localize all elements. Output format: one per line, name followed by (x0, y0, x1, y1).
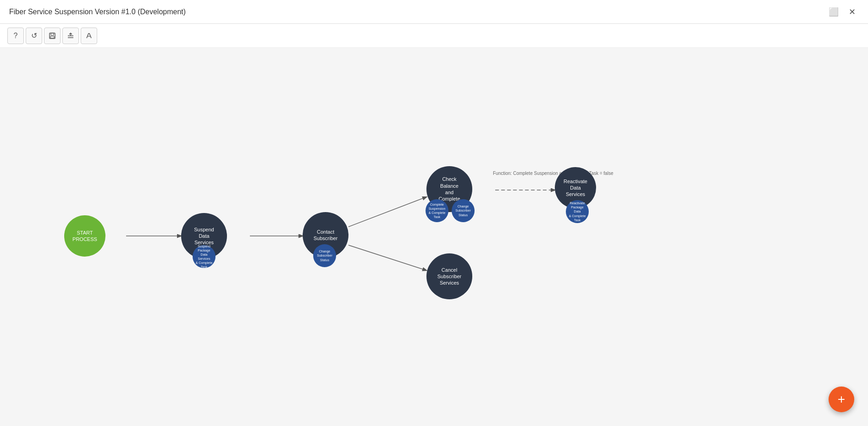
check-sub2-label: ChangeSubscriberStatus (453, 202, 472, 219)
check-sub1-node[interactable]: CompleteSuspension& CompleteTask (426, 199, 448, 222)
dashed-condition-label: Function: Complete Suspension and Comple… (493, 171, 613, 176)
contact-subscriber-label: ContactSubscriber (312, 227, 340, 244)
check-sub2-node[interactable]: ChangeSubscriberStatus (452, 199, 475, 222)
deploy-button[interactable] (62, 28, 79, 44)
check-sub1-label: CompleteSuspension& CompleteTask (427, 201, 448, 221)
svg-line-10 (348, 245, 426, 270)
contact-sub-label: ChangeSubscriberStatus (315, 247, 334, 263)
header-icons: ⬜ ✕ (827, 5, 859, 19)
contact-sub-node[interactable]: ChangeSubscriberStatus (313, 244, 336, 267)
maximize-button[interactable]: ⬜ (827, 5, 840, 19)
header: Fiber Service Suspension Version #1.0 (D… (0, 0, 868, 24)
cancel-subscriber-services-label: CancelSubscriberServices (436, 265, 464, 288)
close-button[interactable]: ✕ (845, 5, 859, 19)
flow-diagram (0, 48, 868, 426)
flow-canvas[interactable]: Function: Complete Suspension and Comple… (0, 48, 868, 426)
help-button[interactable]: ? (7, 28, 24, 44)
suspend-sub-label: SuspendPackageDataServices& CompleteTask (194, 242, 215, 271)
refresh-button[interactable]: ↺ (26, 28, 42, 44)
page-title: Fiber Service Suspension Version #1.0 (D… (9, 8, 186, 16)
cancel-subscriber-services-node[interactable]: CancelSubscriberServices (426, 253, 472, 299)
add-fab-button[interactable]: + (829, 387, 854, 412)
toolbar: ? ↺ (0, 24, 868, 48)
reactivate-sub-node[interactable]: ReactivatePackageData& CompleteTask (566, 200, 589, 223)
reactivate-sub-label: ReactivatePackageData& CompleteTask (567, 199, 588, 224)
reactivate-data-services-label: ReactivateDataServices (562, 176, 589, 200)
suspend-sub-node[interactable]: SuspendPackageDataServices& CompleteTask (193, 245, 216, 268)
start-process-label: STARTPROCESS (71, 228, 99, 245)
start-process-node[interactable]: STARTPROCESS (64, 215, 105, 257)
clear-button[interactable] (81, 28, 97, 44)
save-button[interactable] (44, 28, 61, 44)
svg-rect-2 (50, 36, 54, 38)
svg-line-9 (348, 197, 426, 227)
